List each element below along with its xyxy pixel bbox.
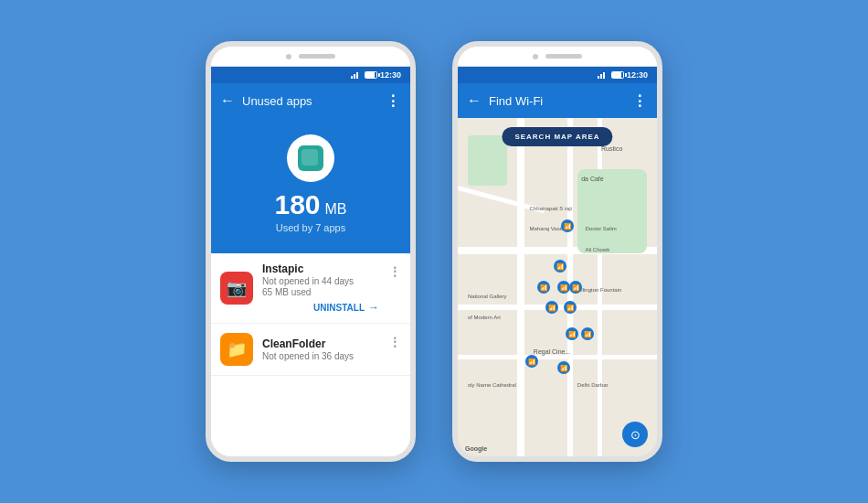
- wifi-pin-6: 📶: [545, 301, 558, 317]
- svg-text:📶: 📶: [560, 364, 568, 372]
- map-label-cafe: da Cafe: [581, 176, 604, 182]
- wifi-pin-1: 📶: [561, 219, 574, 236]
- instapic-more-button[interactable]: ⋮: [388, 264, 401, 279]
- map-label-chhatrapati1: Chhatrapati S raji: [529, 206, 571, 211]
- app-list: 📷 Instapic Not opened in 44 days 65 MB u…: [211, 253, 410, 456]
- storage-number: 180: [274, 191, 320, 219]
- phone1-header: 180 MB Used by 7 apps: [211, 118, 410, 253]
- phone1-more-button[interactable]: ⋮: [386, 92, 401, 110]
- map-green-area2: [468, 135, 508, 187]
- phone2-battery-icon: [611, 71, 624, 79]
- cleanfolder-more-button[interactable]: ⋮: [388, 335, 401, 349]
- phone2-more-button[interactable]: ⋮: [632, 92, 648, 110]
- phone2: 12:30 ← Find Wi-Fi ⋮ Rustico da Cafe Chh…: [452, 41, 662, 462]
- wifi-pin-4: 📶: [557, 281, 570, 297]
- location-icon: ⊙: [630, 428, 640, 442]
- app-icon-circle: [287, 134, 334, 182]
- location-fab-button[interactable]: ⊙: [622, 422, 648, 447]
- map-label-regal: Regal Cine...: [534, 348, 570, 355]
- phone2-back-button[interactable]: ←: [467, 92, 482, 109]
- wifi-pin-9: 📶: [581, 327, 594, 344]
- map-road-v1: [517, 118, 524, 456]
- wifi-pin-8: 📶: [566, 327, 578, 344]
- phone1-speaker: [299, 54, 335, 59]
- map-label-delhi: Delhi Darbar: [577, 382, 609, 388]
- phone2-status-bar: 12:30: [458, 67, 657, 83]
- map-label-doctor: Doctor Salim: [586, 226, 617, 231]
- wifi-pin-7: 📶: [564, 301, 577, 317]
- signal-icon: [351, 71, 362, 79]
- phone1-title: Unused apps: [242, 94, 378, 108]
- wifi-pin-10: 📶: [525, 355, 538, 371]
- phone2-title: Find Wi-Fi: [489, 94, 625, 108]
- phone1-top-bar: [211, 47, 410, 67]
- storage-unit: MB: [325, 201, 347, 218]
- cleanfolder-info: CleanFolder Not opened in 36 days: [262, 337, 379, 361]
- svg-text:📶: 📶: [566, 304, 574, 312]
- phone2-app-bar: ← Find Wi-Fi ⋮: [458, 83, 657, 118]
- phone1: 12:30 ← Unused apps ⋮ 180 MB Used by 7 a…: [206, 41, 416, 462]
- uninstall-button[interactable]: Uninstall: [313, 303, 365, 313]
- wifi-pin-2: 📶: [554, 260, 566, 276]
- svg-text:📶: 📶: [547, 304, 556, 312]
- map-label-ali: Ali Chowk: [586, 247, 610, 252]
- svg-text:📶: 📶: [572, 284, 580, 292]
- phone2-top-bar: [458, 47, 657, 67]
- wifi-pin-3: 📶: [537, 281, 550, 297]
- app-item-cleanfolder[interactable]: 📁 CleanFolder Not opened in 36 days ⋮: [211, 324, 410, 376]
- google-logo: Google: [465, 445, 487, 452]
- cleanfolder-name: CleanFolder: [262, 337, 379, 350]
- phone1-camera: [286, 54, 291, 59]
- uninstall-row: Uninstall →: [262, 301, 379, 314]
- cleanfolder-icon: 📁: [220, 333, 253, 366]
- svg-text:📶: 📶: [556, 262, 564, 271]
- svg-text:📶: 📶: [528, 358, 536, 366]
- wifi-pin-11: 📶: [557, 361, 570, 378]
- battery-icon: [365, 71, 377, 79]
- search-map-area-button[interactable]: SEARCH MAP AREA: [502, 127, 612, 146]
- instapic-detail1: Not opened in 44 days: [262, 276, 379, 286]
- phone1-status-bar: 12:30: [211, 67, 410, 83]
- phone1-time: 12:30: [380, 70, 401, 80]
- map-road-h3: [458, 355, 657, 359]
- svg-text:📶: 📶: [540, 284, 548, 292]
- wifi-pin-5: 📶: [569, 281, 582, 297]
- phone1-back-button[interactable]: ←: [220, 92, 235, 109]
- instapic-icon: 📷: [220, 272, 253, 305]
- svg-text:📶: 📶: [560, 284, 568, 292]
- phone2-time: 12:30: [627, 70, 648, 80]
- instapic-detail2: 65 MB used: [262, 287, 379, 297]
- phone2-camera: [533, 54, 538, 59]
- cleanfolder-detail1: Not opened in 36 days: [262, 351, 379, 361]
- phone1-app-bar: ← Unused apps ⋮: [211, 83, 410, 118]
- svg-text:📶: 📶: [584, 330, 592, 338]
- uninstall-arrow-icon: →: [368, 301, 379, 314]
- phone2-signal-icon: [598, 71, 609, 79]
- unused-apps-icon: [298, 145, 323, 171]
- app-item-instapic[interactable]: 📷 Instapic Not opened in 44 days 65 MB u…: [211, 253, 410, 324]
- map-label-cathedral: oly Name Cathedral: [468, 382, 516, 388]
- svg-text:📶: 📶: [564, 222, 572, 230]
- instapic-info: Instapic Not opened in 44 days 65 MB use…: [262, 262, 379, 314]
- map-container: Rustico da Cafe Chhatrapati S raji Mahar…: [458, 118, 657, 456]
- storage-subtitle: Used by 7 apps: [276, 222, 345, 233]
- phone2-speaker: [545, 54, 582, 59]
- map-label-gallery1: National Gallery: [468, 294, 507, 299]
- instapic-name: Instapic: [262, 262, 379, 275]
- map-label-gallery2: of Modern Art: [468, 315, 501, 320]
- svg-text:📶: 📶: [567, 330, 576, 338]
